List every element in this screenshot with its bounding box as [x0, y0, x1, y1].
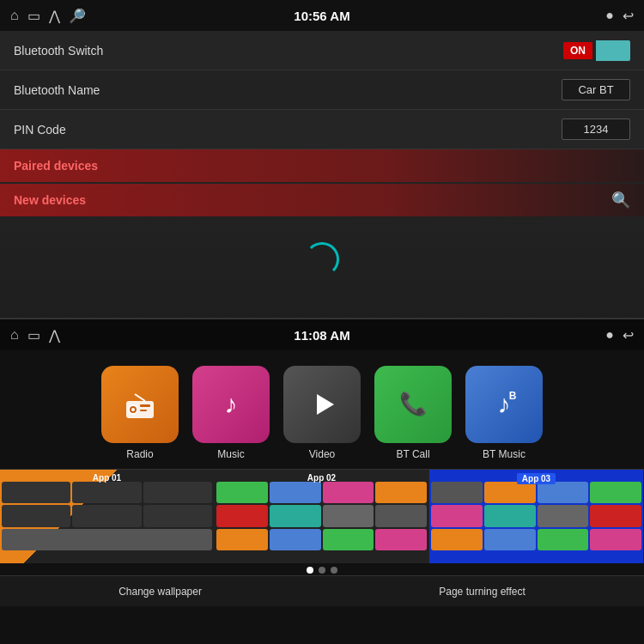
app-btcall[interactable]: 📞 BT Call: [374, 366, 452, 460]
radio-label: Radio: [126, 448, 153, 460]
app-video[interactable]: Video: [283, 366, 361, 460]
loading-spinner: [305, 242, 339, 276]
bluetooth-settings-screen: ⌂ ▭ ⋀ 🔎 10:56 AM ● ↩ Bluetooth Switch ON…: [0, 0, 644, 318]
thumbnail-row: App 01 App 02: [0, 469, 644, 563]
dot-1[interactable]: [307, 567, 313, 574]
app-radio[interactable]: Radio: [101, 366, 179, 460]
new-devices-label: New devices: [14, 193, 86, 207]
music-icon[interactable]: ♪: [192, 366, 270, 443]
bluetooth-switch-label: Bluetooth Switch: [14, 44, 103, 58]
clock-display: 10:56 AM: [294, 9, 349, 23]
btmusic-label: BT Music: [483, 448, 526, 460]
svg-point-2: [131, 408, 135, 411]
screen-icon[interactable]: ▭: [27, 8, 40, 24]
back-icon[interactable]: ↩: [623, 8, 634, 24]
bluetooth-switch-row: Bluetooth Switch ON: [0, 31, 644, 70]
thumbnail-app01-label: App 01: [0, 473, 214, 483]
btmusic-icon[interactable]: ♪ B: [465, 366, 543, 443]
bottom-action-bar: Change wallpaper Page turning effect: [0, 575, 644, 606]
svg-text:B: B: [509, 390, 517, 402]
new-devices-header[interactable]: New devices 🔍: [0, 184, 644, 216]
home-launcher-screen: ⌂ ▭ ⋀ 11:08 AM ● ↩ Radio: [0, 319, 644, 644]
status-bar-left-icons: ⌂ ▭ ⋀ 🔎: [10, 8, 86, 24]
search-icon[interactable]: 🔍: [611, 191, 630, 210]
bottom-status-left: ⌂ ▭ ⋀: [10, 327, 60, 343]
thumbnail-app03[interactable]: App 03: [429, 470, 644, 563]
time-text: 10:56 AM: [294, 9, 349, 23]
svg-rect-3: [140, 404, 150, 407]
switch-off-area[interactable]: [596, 40, 630, 61]
thumbnail-app02[interactable]: App 02: [215, 470, 429, 563]
btcall-label: BT Call: [396, 448, 429, 460]
screen-icon-bottom[interactable]: ▭: [27, 327, 40, 343]
pin-code-value[interactable]: 1234: [562, 118, 630, 140]
location-icon-bottom[interactable]: ●: [605, 327, 614, 343]
bluetooth-name-row: Bluetooth Name Car BT: [0, 70, 644, 110]
home-icon[interactable]: ⌂: [10, 8, 19, 23]
pin-code-label: PIN Code: [14, 123, 66, 137]
app-grid: Radio ♪ Music Video 📞: [0, 350, 644, 469]
radio-icon[interactable]: [101, 366, 179, 443]
chevron-up-icon[interactable]: ⋀: [49, 8, 60, 24]
change-wallpaper-button[interactable]: Change wallpaper: [118, 586, 202, 598]
video-icon[interactable]: [283, 366, 361, 443]
settings-area: Bluetooth Switch ON Bluetooth Name Car B…: [0, 31, 644, 216]
svg-text:♪: ♪: [225, 390, 238, 418]
bluetooth-name-label: Bluetooth Name: [14, 83, 100, 97]
svg-line-5: [135, 394, 145, 401]
dot-3[interactable]: [331, 567, 337, 574]
page-turning-button[interactable]: Page turning effect: [439, 586, 526, 598]
bluetooth-switch-control[interactable]: ON: [563, 40, 630, 61]
location-icon[interactable]: ●: [605, 8, 614, 23]
usb-icon[interactable]: 🔎: [69, 8, 86, 24]
bluetooth-name-value[interactable]: Car BT: [562, 79, 630, 100]
svg-rect-4: [140, 410, 147, 411]
page-dots: [0, 563, 644, 575]
switch-on-label[interactable]: ON: [563, 42, 592, 59]
thumbnail-app01[interactable]: App 01: [0, 470, 215, 563]
thumbnail-app03-label: App 03: [517, 473, 556, 484]
svg-text:📞: 📞: [399, 390, 428, 417]
music-label: Music: [217, 448, 244, 460]
home-icon-bottom[interactable]: ⌂: [10, 327, 19, 343]
bottom-status-right: ● ↩: [605, 327, 634, 343]
status-bar-right-icons: ● ↩: [605, 8, 634, 24]
app-btmusic[interactable]: ♪ B BT Music: [465, 366, 543, 460]
top-status-bar: ⌂ ▭ ⋀ 🔎 10:56 AM ● ↩: [0, 0, 644, 31]
pin-code-row: PIN Code 1234: [0, 110, 644, 149]
chevron-up-icon-bottom[interactable]: ⋀: [49, 327, 60, 343]
back-icon-bottom[interactable]: ↩: [623, 327, 634, 343]
paired-devices-header[interactable]: Paired devices: [0, 149, 644, 182]
thumbnail-app02-label: App 02: [215, 473, 428, 483]
bottom-status-bar: ⌂ ▭ ⋀ 11:08 AM ● ↩: [0, 319, 644, 350]
dot-2[interactable]: [319, 567, 325, 574]
bottom-time-text: 11:08 AM: [294, 328, 349, 343]
paired-devices-label: Paired devices: [14, 159, 98, 173]
svg-marker-7: [317, 394, 334, 415]
btcall-icon[interactable]: 📞: [374, 366, 452, 443]
video-label: Video: [309, 448, 335, 460]
app-music[interactable]: ♪ Music: [192, 366, 270, 460]
bottom-clock: 11:08 AM: [294, 328, 349, 343]
loading-area: [0, 216, 644, 302]
